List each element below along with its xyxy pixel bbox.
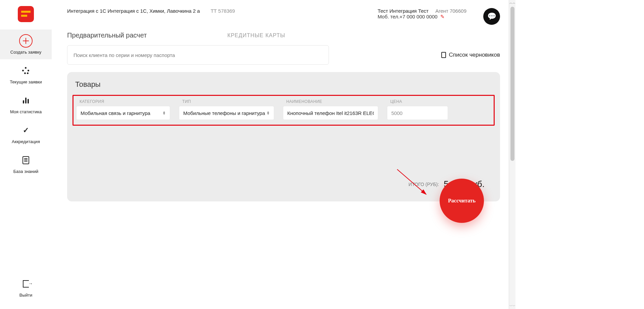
nav-knowledge-label: База знаний [13,169,39,174]
browser-scrollbar[interactable]: ︿︿ ﹀﹀ [509,0,515,309]
type-value: Мобильные телефоны и гарнитура [183,110,265,116]
nav-current-label: Текущие заявки [10,79,42,84]
nav-create-request[interactable]: Создать заявку [0,29,52,59]
category-select[interactable]: Мобильная связь и гарнитура ▲▼ [76,106,170,120]
field-price: ЦЕНА [387,99,448,120]
header-user: Тест Интеграция Тест [378,8,429,14]
scroll-down-icon[interactable]: ﹀﹀ [509,304,515,308]
label-category: КАТЕГОРИЯ [76,99,170,104]
calculate-button[interactable]: Рассчитать [440,179,484,223]
calculate-label: Рассчитать [448,198,476,204]
label-price: ЦЕНА [387,99,448,104]
nav-stats-label: Моя статистика [10,109,42,114]
nav-accreditation-label: Аккредитация [12,139,40,144]
chevron-updown-icon: ▲▼ [162,111,166,115]
nav-exit-label: Выйти [19,293,33,298]
main-content: Интеграция с 1С Интеграция с 1С, Химки, … [52,0,515,309]
total-label: ИТОГО (РУБ): [408,182,439,187]
field-type: ТИП Мобильные телефоны и гарнитура ▲▼ [179,99,274,120]
header-org: Интеграция с 1С Интеграция с 1С, Химки, … [67,8,200,14]
client-search-input[interactable]: Поиск клиента по серии и номеру паспорта [67,45,329,65]
label-name: НАИМЕНОВАНИЕ [283,99,378,104]
field-name: НАИМЕНОВАНИЕ [283,99,378,120]
field-category: КАТЕГОРИЯ Мобильная связь и гарнитура ▲▼ [76,99,170,120]
header-phone-label: Моб. тел. [378,14,399,19]
price-input[interactable] [387,106,448,120]
chevron-updown-icon: ▲▼ [266,111,270,115]
category-value: Мобильная связь и гарнитура [81,110,150,116]
drafts-label: Список черновиков [449,52,500,58]
tab-preliminary[interactable]: Предварительный расчет [67,32,147,39]
products-title: Товары [67,80,500,93]
dots-icon [22,67,30,74]
name-input-field[interactable] [287,110,374,116]
chat-icon: 💬 [487,12,496,21]
exit-icon [23,280,29,288]
scrollbar-thumb[interactable] [510,7,514,161]
header: Интеграция с 1С Интеграция с 1С, Химки, … [52,0,515,28]
name-input[interactable] [283,106,378,120]
edit-phone-icon[interactable]: ✎ [440,14,445,19]
label-type: ТИП [179,99,274,104]
plus-icon [19,34,33,48]
type-select[interactable]: Мобильные телефоны и гарнитура ▲▼ [179,106,274,120]
price-input-field[interactable] [391,110,444,116]
tab-credit-cards[interactable]: КРЕДИТНЫЕ КАРТЫ [227,33,285,39]
header-tt: ТТ 578369 [211,8,235,14]
nav-my-stats[interactable]: Моя статистика [0,89,52,119]
chat-button[interactable]: 💬 [483,8,500,25]
header-user-block: Тест Интеграция Тест Агент 706609 Моб. т… [378,8,466,20]
tabs: Предварительный расчет КРЕДИТНЫЕ КАРТЫ [52,28,515,39]
nav-create-label: Создать заявку [10,50,42,55]
check-icon: ✓ [23,126,29,135]
bars-icon [23,98,29,104]
sidebar: Создать заявку Текущие заявки Моя статис… [0,0,52,309]
products-panel: Товары КАТЕГОРИЯ Мобильная связь и гарни… [67,72,500,201]
nav-knowledge-base[interactable]: База знаний [0,149,52,179]
scroll-up-icon[interactable]: ︿︿ [509,1,515,5]
nav-exit[interactable]: Выйти [0,272,52,302]
nav-current-requests[interactable]: Текущие заявки [0,59,52,89]
header-agent: Агент 706609 [435,8,466,14]
header-phone: +7 000 000 0000 [400,14,438,19]
document-icon [441,52,446,58]
drafts-link[interactable]: Список черновиков [441,52,500,58]
nav-accreditation[interactable]: ✓ Аккредитация [0,119,52,149]
book-icon [22,156,29,164]
app-logo [18,6,34,22]
product-row-highlight: КАТЕГОРИЯ Мобильная связь и гарнитура ▲▼… [72,95,495,126]
search-placeholder: Поиск клиента по серии и номеру паспорта [73,52,175,58]
